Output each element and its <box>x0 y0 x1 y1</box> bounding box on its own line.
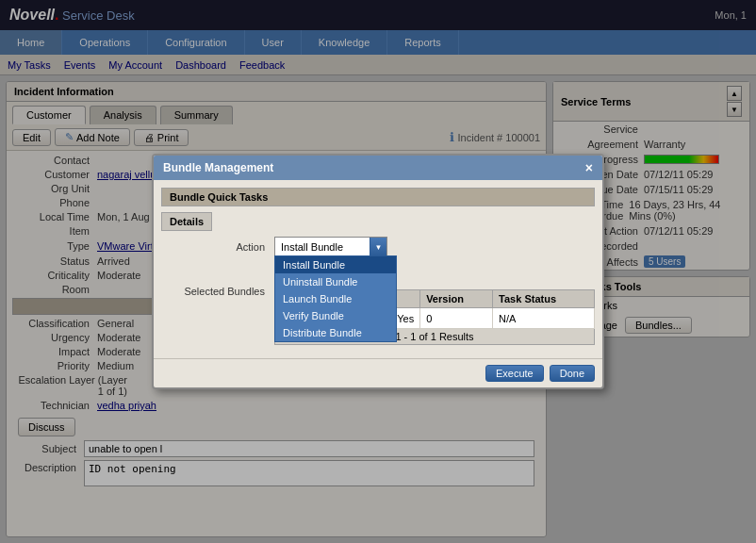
action-dropdown-arrow[interactable]: ▼ <box>370 238 386 256</box>
row-version: 0 <box>420 308 493 329</box>
done-button[interactable]: Done <box>550 365 595 382</box>
action-selected-value: Install Bundle <box>275 239 370 255</box>
action-select-display[interactable]: Install Bundle ▼ <box>274 237 387 257</box>
bundle-modal-title: Bundle Management <box>163 161 273 174</box>
row-enabled-value: Yes <box>397 313 414 324</box>
action-row: Action Install Bundle ▼ Install Bundle U… <box>161 237 595 257</box>
action-label: Action <box>161 241 274 253</box>
details-subsection-label: Details <box>161 212 212 231</box>
row-task-status: N/A <box>493 308 595 329</box>
selected-bundles-label: Selected Bundles <box>161 286 274 297</box>
action-option-launch[interactable]: Launch Bundle <box>275 290 396 307</box>
bundle-modal-body: Bundle Quick Tasks Details Action Instal… <box>154 180 602 358</box>
action-option-uninstall[interactable]: Uninstall Bundle <box>275 273 396 290</box>
bundle-modal: Bundle Management × Bundle Quick Tasks D… <box>152 154 604 389</box>
bundle-modal-header: Bundle Management × <box>154 156 602 180</box>
bundle-modal-footer: Execute Done <box>154 358 602 387</box>
action-option-verify[interactable]: Verify Bundle <box>275 307 396 324</box>
bundle-quick-tasks-header: Bundle Quick Tasks <box>161 188 595 206</box>
execute-button[interactable]: Execute <box>485 365 544 382</box>
modal-overlay: Bundle Management × Bundle Quick Tasks D… <box>0 0 756 543</box>
col-version: Version <box>420 290 493 308</box>
action-option-distribute[interactable]: Distribute Bundle <box>275 324 396 341</box>
action-select-container: Install Bundle ▼ Install Bundle Uninstal… <box>274 237 387 257</box>
action-dropdown-menu: Install Bundle Uninstall Bundle Launch B… <box>274 255 397 342</box>
bundle-modal-close[interactable]: × <box>585 160 593 175</box>
action-option-install[interactable]: Install Bundle <box>275 256 396 273</box>
col-task-status: Task Status <box>493 290 595 308</box>
